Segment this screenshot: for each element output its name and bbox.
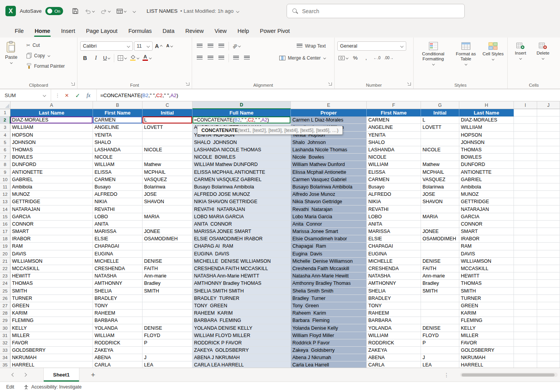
cell-F13[interactable]: NIKIA (367, 198, 421, 205)
row-header-32[interactable]: 32 (0, 339, 10, 347)
align-top-button[interactable] (195, 41, 204, 51)
insert-function-button[interactable]: fx (84, 92, 93, 98)
cell-C7[interactable] (143, 154, 192, 161)
cell-C30[interactable]: DENISE (143, 324, 192, 332)
underline-button[interactable]: U (102, 53, 112, 63)
cell-I3[interactable] (514, 124, 537, 131)
splitter-handle-icon[interactable]: ⋮ (444, 372, 449, 378)
cell-H7[interactable]: BOWLES (459, 154, 514, 161)
cell-G33[interactable] (421, 347, 459, 354)
cell-H10[interactable]: GABRIEL (459, 176, 514, 183)
cell-E20[interactable]: Eugina Davis (291, 250, 367, 258)
cell-I35[interactable] (514, 361, 537, 368)
cell-B5[interactable]: SHALO (93, 139, 143, 146)
scrollbar-thumb[interactable] (462, 373, 555, 377)
cell-F34[interactable]: ABENA (367, 354, 421, 361)
cell-B1[interactable]: First Name (93, 109, 143, 116)
cell-D16[interactable]: ANITA CONNOR (192, 221, 291, 228)
cell-B14[interactable]: REVATHI (93, 205, 143, 213)
cell-C12[interactable]: JOSE (143, 191, 192, 198)
cell-G14[interactable] (421, 205, 459, 213)
column-header-H[interactable]: H (459, 101, 514, 109)
row-header-30[interactable]: 30 (0, 324, 10, 332)
row-header-7[interactable]: 7 (0, 154, 10, 161)
add-sheet-button[interactable]: + (91, 371, 95, 378)
cell-H8[interactable]: DUNFORD (459, 161, 514, 168)
cell-A8[interactable]: DUNFORD (10, 161, 93, 168)
cell-H5[interactable]: JOHNSON (459, 139, 514, 146)
sheet-nav-left-icon[interactable] (10, 372, 16, 378)
cell-D34[interactable]: ABENA J NKRUMAH (192, 354, 291, 361)
cell-A1[interactable]: Last Name (10, 109, 93, 116)
cell-A17[interactable]: SMART (10, 228, 93, 235)
cell-F9[interactable]: ELISSA (367, 169, 421, 176)
tab-data[interactable]: Data (157, 24, 180, 38)
cell-E11[interactable]: Busayo Bolarinwa Ambibola (291, 183, 367, 191)
cell-G23[interactable]: Ann-marie (421, 272, 459, 280)
cell-B13[interactable]: NIKIA (93, 198, 143, 205)
font-dialog-launcher[interactable] (186, 82, 189, 86)
cell-J13[interactable] (537, 198, 560, 205)
cell-I5[interactable] (514, 139, 537, 146)
cell-A33[interactable]: GOLDSBERRY (10, 347, 93, 354)
cell-H26[interactable]: TURNER (459, 295, 514, 302)
cell-A12[interactable]: MUNOZ (10, 191, 93, 198)
cell-H6[interactable]: THOMAS (459, 146, 514, 154)
cell-B8[interactable]: WILLIAM (93, 161, 143, 168)
cell-G19[interactable] (421, 243, 459, 250)
align-right-button[interactable] (216, 53, 226, 63)
cell-I15[interactable] (514, 213, 537, 221)
cell-G18[interactable]: OSAMODIMEH (421, 235, 459, 243)
cell-F33[interactable]: ZAKEYA (367, 347, 421, 354)
cell-J10[interactable] (537, 176, 560, 183)
cell-G9[interactable]: MCPHAIL (421, 169, 459, 176)
cell-G10[interactable]: VASQUEZ (421, 176, 459, 183)
excel-logo-icon[interactable]: X (5, 6, 16, 16)
row-header-21[interactable]: 21 (0, 258, 10, 265)
cell-J15[interactable] (537, 213, 560, 221)
percent-style-button[interactable]: % (350, 53, 360, 63)
cell-G4[interactable] (421, 132, 459, 139)
number-format-select[interactable]: General (337, 41, 406, 51)
row-header-31[interactable]: 31 (0, 332, 10, 339)
tab-view[interactable]: View (209, 24, 232, 38)
cell-B6[interactable]: LASHANDA (93, 146, 143, 154)
cell-I6[interactable] (514, 146, 537, 154)
cell-H1[interactable]: Last Name (459, 109, 514, 116)
cell-H31[interactable]: MILLER (459, 332, 514, 339)
cell-H3[interactable]: WILLIIAM (459, 124, 514, 131)
increase-indent-button[interactable] (242, 53, 252, 63)
cell-B31[interactable]: WILLIAM (93, 332, 143, 339)
grow-font-button[interactable]: A (154, 41, 163, 51)
cell-F6[interactable]: LASHANDA (367, 146, 421, 154)
cell-F31[interactable]: WILLIAM (367, 332, 421, 339)
cell-I8[interactable] (514, 161, 537, 168)
cell-F4[interactable]: YENITA (367, 132, 421, 139)
cell-J27[interactable] (537, 302, 560, 310)
quick-table-button[interactable] (115, 7, 128, 15)
cell-G31[interactable]: FLOYD (421, 332, 459, 339)
cell-C4[interactable] (143, 132, 192, 139)
tab-file[interactable]: File (9, 24, 29, 38)
cell-E23[interactable]: Natasha Ann-Marie Hewitt (291, 272, 367, 280)
cell-B21[interactable]: MICHELLE (93, 258, 143, 265)
cell-E34[interactable]: Abena J Nkrumah (291, 354, 367, 361)
cell-A18[interactable]: IRABOR (10, 235, 93, 243)
cell-J20[interactable] (537, 250, 560, 258)
cell-C31[interactable]: FLOYD (143, 332, 192, 339)
cell-C19[interactable] (143, 243, 192, 250)
cell-E14[interactable]: Revathi Natarajan (291, 205, 367, 213)
cell-J29[interactable] (537, 317, 560, 324)
cell-F2[interactable]: CARMEN (367, 116, 421, 124)
cell-F14[interactable]: REVATHI (367, 205, 421, 213)
cell-B29[interactable]: BARBARA (93, 317, 143, 324)
cell-B24[interactable]: AMTHONNY (93, 280, 143, 287)
cell-I31[interactable] (514, 332, 537, 339)
cell-C16[interactable] (143, 221, 192, 228)
row-header-29[interactable]: 29 (0, 317, 10, 324)
cell-A21[interactable]: WILLIAMSON (10, 258, 93, 265)
cell-H25[interactable]: SMITH (459, 288, 514, 295)
cell-G8[interactable]: Mathew (421, 161, 459, 168)
cell-J33[interactable] (537, 347, 560, 354)
cell-I18[interactable] (514, 235, 537, 243)
